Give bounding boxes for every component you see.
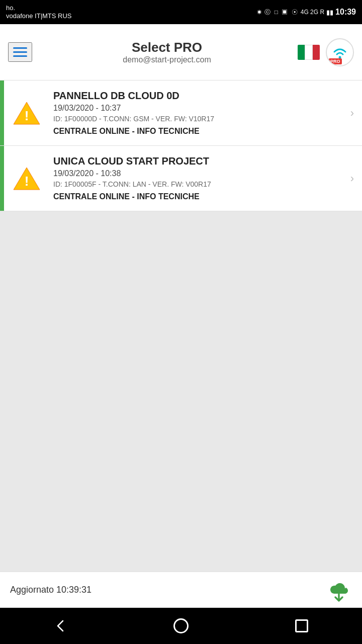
home-icon: [173, 618, 189, 633]
status-indicator: [0, 80, 4, 145]
warning-icon: !: [12, 166, 42, 192]
list-item[interactable]: ! PANNELLO DB CLOUD 0D 19/03/2020 - 10:3…: [0, 80, 362, 146]
list-item[interactable]: ! UNICA CLOUD START PROJECT 19/03/2020 -…: [0, 146, 362, 211]
recents-icon: [295, 619, 308, 632]
download-button[interactable]: [326, 577, 352, 603]
recents-button[interactable]: [284, 608, 320, 644]
status-indicator: [0, 146, 4, 211]
alert-icon-container: !: [4, 146, 49, 211]
chevron-right-icon: ›: [350, 146, 362, 211]
alert-icon-container: !: [4, 80, 49, 145]
header-right-actions: PRO: [298, 38, 354, 66]
item-status: CENTRALE ONLINE - INFO TECNICHE: [53, 127, 344, 136]
download-cloud-icon: [327, 578, 351, 602]
back-button[interactable]: [42, 608, 78, 644]
battery-icon: ▮▮: [326, 9, 333, 16]
item-title: UNICA CLOUD START PROJECT: [53, 155, 344, 167]
svg-text:!: !: [25, 174, 29, 189]
svg-text:!: !: [25, 108, 29, 123]
user-email: demo@start-project.com: [36, 55, 298, 64]
language-flag[interactable]: [298, 45, 320, 60]
last-updated-label: Aggiornato 10:39:31: [10, 585, 92, 595]
back-icon: [53, 618, 68, 633]
footer-bar: Aggiornato 10:39:31: [0, 572, 362, 608]
pro-badge-label: PRO: [329, 58, 342, 64]
device-list: ! PANNELLO DB CLOUD 0D 19/03/2020 - 10:3…: [0, 80, 362, 211]
app-header: Select PRO demo@start-project.com PRO: [0, 24, 362, 80]
item-content: PANNELLO DB CLOUD 0D 19/03/2020 - 10:37 …: [49, 80, 350, 145]
bluetooth-icon: ✷: [256, 8, 262, 16]
warning-icon: !: [12, 100, 42, 126]
carrier-info: ho. vodafone IT|MTS RUS: [6, 4, 72, 20]
bottom-navigation: [0, 608, 362, 644]
item-date: 19/03/2020 - 10:37: [53, 104, 344, 113]
pro-signal-icon: [331, 44, 349, 60]
item-title: PANNELLO DB CLOUD 0D: [53, 90, 344, 102]
item-device-info: ID: 1F00000D - T.CONN: GSM - VER. FW: V1…: [53, 115, 344, 123]
item-device-info: ID: 1F00005F - T.CONN: LAN - VER. FW: V0…: [53, 180, 344, 188]
app-icons: ⓒ □ ▣ ☉: [264, 8, 298, 17]
hamburger-button[interactable]: [8, 42, 32, 62]
network-icons: 4G 2G R: [301, 9, 324, 16]
pro-logo[interactable]: PRO: [326, 38, 354, 66]
home-button[interactable]: [163, 608, 199, 644]
chevron-right-icon: ›: [350, 80, 362, 145]
header-title-block: Select PRO demo@start-project.com: [36, 40, 298, 64]
app-title: Select PRO: [36, 40, 298, 55]
item-status: CENTRALE ONLINE - INFO TECNICHE: [53, 192, 344, 201]
status-bar: ho. vodafone IT|MTS RUS ✷ ⓒ □ ▣ ☉ 4G 2G …: [0, 0, 362, 24]
item-content: UNICA CLOUD START PROJECT 19/03/2020 - 1…: [49, 146, 350, 211]
empty-content-area: [0, 211, 362, 572]
item-date: 19/03/2020 - 10:38: [53, 169, 344, 178]
status-icons: ✷ ⓒ □ ▣ ☉ 4G 2G R ▮▮ 10:39: [256, 8, 356, 17]
clock: 10:39: [335, 8, 356, 17]
